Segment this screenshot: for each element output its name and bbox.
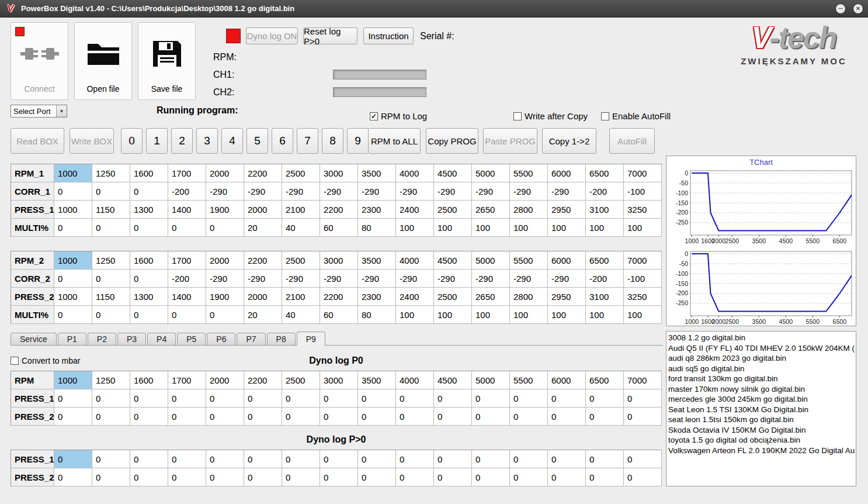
write-after-copy-checkbox[interactable]: Write after Copy	[513, 111, 588, 121]
table-cell[interactable]: 0	[168, 408, 206, 426]
program-button-4[interactable]: 4	[221, 128, 243, 154]
table-cell[interactable]: 1400	[168, 288, 206, 306]
table-cell[interactable]: 80	[358, 306, 396, 324]
table-cell[interactable]: 2500	[434, 288, 472, 306]
table-cell[interactable]: -290	[358, 182, 396, 201]
table-cell[interactable]: 1000	[54, 201, 92, 219]
table-cell[interactable]: 0	[244, 468, 282, 486]
program-button-2[interactable]: 2	[171, 128, 193, 154]
table-cell[interactable]: 0	[434, 408, 472, 426]
file-list-item[interactable]: audi q8 286km 2023 go digital.bin	[668, 353, 856, 364]
table-cell[interactable]: 1150	[92, 201, 130, 219]
table-cell[interactable]: 0	[92, 389, 130, 408]
table-cell[interactable]: 80	[358, 219, 396, 237]
table-cell[interactable]: 40	[282, 306, 320, 324]
table-cell[interactable]: 100	[586, 219, 624, 237]
table-cell[interactable]: 0	[320, 408, 358, 426]
table-cell[interactable]: 1700	[168, 251, 206, 270]
table-cell[interactable]: 1250	[92, 164, 130, 182]
table-cell[interactable]: -290	[358, 270, 396, 288]
table-cell[interactable]: 0	[472, 468, 510, 486]
table-cell[interactable]: 1300	[130, 201, 168, 219]
table-cell[interactable]: 0	[168, 450, 206, 468]
table-cell[interactable]: 100	[472, 306, 510, 324]
table-cell[interactable]: 1400	[168, 201, 206, 219]
table-cell[interactable]: 100	[548, 306, 586, 324]
table-cell[interactable]: 0	[358, 408, 396, 426]
table-cell[interactable]: 1300	[130, 288, 168, 306]
table-cell[interactable]: 0	[586, 450, 624, 468]
table-cell[interactable]: -290	[396, 182, 434, 201]
table-cell[interactable]: 0	[396, 408, 434, 426]
save-file-button[interactable]: Save file	[138, 22, 196, 100]
program-button-1[interactable]: 1	[146, 128, 168, 154]
file-list-item[interactable]: Seat Leon 1.5 TSI 130KM Go Digital.bin	[668, 405, 856, 415]
table-cell[interactable]: -290	[282, 270, 320, 288]
table-cell[interactable]: 20	[244, 219, 282, 237]
table-cell[interactable]: 0	[282, 450, 320, 468]
table-cell[interactable]: 0	[434, 450, 472, 468]
table-cell[interactable]: 0	[54, 408, 92, 426]
table-cell[interactable]: 0	[92, 270, 130, 288]
table-cell[interactable]: 0	[206, 408, 244, 426]
table-cell[interactable]: 2200	[244, 164, 282, 182]
table-cell[interactable]: 0	[244, 408, 282, 426]
table-cell[interactable]: 0	[434, 389, 472, 408]
table-cell[interactable]: 2000	[206, 251, 244, 270]
table-cell[interactable]: -290	[396, 270, 434, 288]
table-cell[interactable]: 2000	[244, 201, 282, 219]
table-cell[interactable]: 40	[282, 219, 320, 237]
table-cell[interactable]: 0	[472, 450, 510, 468]
table-cell[interactable]: 1000	[54, 251, 92, 270]
file-list-item[interactable]: Audi Q5 II (FY FL) 40 TDI MHEV 2.0 150kW…	[668, 343, 856, 354]
table-cell[interactable]: -290	[320, 270, 358, 288]
table-cell[interactable]: 0	[92, 182, 130, 201]
tab-service[interactable]: Service	[11, 333, 57, 345]
table-cell[interactable]: 3000	[320, 251, 358, 270]
tab-p6[interactable]: P6	[207, 333, 235, 345]
table-cell[interactable]: 3100	[586, 201, 624, 219]
checkbox-check-icon[interactable]: ✓	[370, 112, 378, 120]
table-cell[interactable]: 0	[548, 468, 586, 486]
table-cell[interactable]: 0	[130, 389, 168, 408]
table-cell[interactable]: 0	[92, 468, 130, 486]
table-cell[interactable]: -290	[548, 270, 586, 288]
table-cell[interactable]: 2000	[206, 164, 244, 182]
file-list-item[interactable]: mercedes gle 300d 245km go digital.bin	[668, 394, 856, 405]
table-cell[interactable]: 0	[510, 468, 548, 486]
table-cell[interactable]: 1250	[92, 371, 130, 389]
table-cell[interactable]: 0	[130, 408, 168, 426]
table-cell[interactable]: 0	[130, 450, 168, 468]
table-cell[interactable]: 3500	[358, 164, 396, 182]
table-cell[interactable]: -290	[244, 270, 282, 288]
table-cell[interactable]: 3250	[624, 288, 662, 306]
tab-p3[interactable]: P3	[117, 333, 146, 345]
table-cell[interactable]: 2650	[472, 201, 510, 219]
table-cell[interactable]: 0	[130, 468, 168, 486]
table-cell[interactable]: 0	[396, 468, 434, 486]
table-cell[interactable]: 0	[54, 306, 92, 324]
rpm-to-log-checkbox[interactable]: ✓ RPM to Log	[370, 111, 427, 121]
table-cell[interactable]: 0	[92, 408, 130, 426]
table-cell[interactable]: 100	[548, 219, 586, 237]
table-cell[interactable]: 4000	[396, 251, 434, 270]
table-cell[interactable]: 0	[206, 219, 244, 237]
table-cell[interactable]: 2400	[396, 288, 434, 306]
open-file-button[interactable]: Open file	[74, 22, 132, 100]
table-cell[interactable]: 2000	[244, 288, 282, 306]
tab-p7[interactable]: P7	[237, 333, 265, 345]
table-cell[interactable]: -200	[586, 270, 624, 288]
table-cell[interactable]: 0	[282, 468, 320, 486]
table-cell[interactable]: 7000	[624, 251, 662, 270]
table-cell[interactable]: 2400	[396, 201, 434, 219]
table-cell[interactable]: 100	[434, 219, 472, 237]
table-cell[interactable]: 0	[54, 219, 92, 237]
table-cell[interactable]: 7000	[624, 371, 662, 389]
table-cell[interactable]: 1000	[54, 164, 92, 182]
rpm-to-all-button[interactable]: RPM to ALL	[368, 128, 421, 154]
instruction-button[interactable]: Instruction	[363, 27, 414, 44]
tab-p8[interactable]: P8	[267, 333, 296, 345]
table-cell[interactable]: 0	[54, 389, 92, 408]
table-cell[interactable]: 1250	[92, 251, 130, 270]
table-cell[interactable]: 2500	[282, 251, 320, 270]
